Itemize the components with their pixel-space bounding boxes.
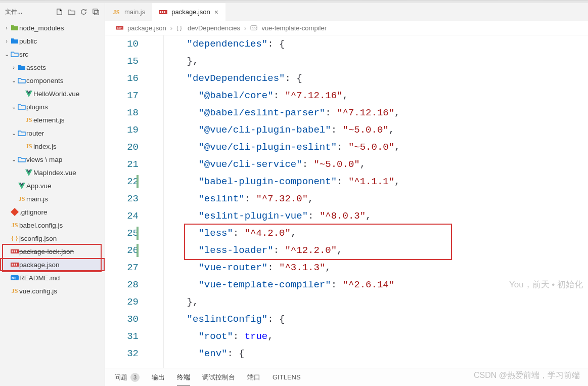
- tree-item-public[interactable]: ›public: [0, 34, 105, 48]
- file-icon: JS: [10, 287, 19, 295]
- code-line[interactable]: "devDependencies": {: [164, 70, 588, 87]
- tree-item-jsconfig[interactable]: { }jsconfig.json: [0, 232, 105, 245]
- code-line[interactable]: "@vue/cli-plugin-babel": "~5.0.0",: [164, 121, 588, 139]
- panel-tab-label: 调试控制台: [202, 373, 235, 382]
- new-file-icon[interactable]: [56, 8, 63, 16]
- tree-item-helloworld[interactable]: HelloWorld.vue: [0, 87, 105, 100]
- tree-item-vuecfg[interactable]: JSvue.config.js: [0, 284, 105, 297]
- code-line[interactable]: "vue-router": "^3.1.3",: [164, 259, 588, 276]
- collapse-all-icon[interactable]: [92, 8, 100, 16]
- panel-tab-gitlens[interactable]: GITLENS: [273, 368, 301, 386]
- code-editor[interactable]: 10151617181920212223242526272829303132 "…: [105, 35, 588, 368]
- new-folder-icon[interactable]: [68, 8, 75, 16]
- tree-item-viewsmap[interactable]: ⌄views \ map: [0, 153, 105, 166]
- file-name: plugins: [26, 103, 48, 111]
- tree-item-appvue[interactable]: App.vue: [0, 179, 105, 192]
- chevron-right-icon: ›: [244, 24, 246, 32]
- code-line[interactable]: "eslint-plugin-vue": "^8.0.3",: [164, 207, 588, 225]
- code-content[interactable]: "dependencies": { }, "devDependencies": …: [164, 35, 588, 368]
- tree-item-mainjs[interactable]: JSmain.js: [0, 192, 105, 205]
- line-number: 20: [105, 139, 139, 156]
- string-icon: abc: [250, 24, 257, 32]
- refresh-icon[interactable]: [80, 8, 87, 16]
- code-line[interactable]: "root": true,: [164, 328, 588, 345]
- tree-item-indexjs[interactable]: JSindex.js: [0, 140, 105, 153]
- panel-tab-output[interactable]: 输出: [152, 368, 165, 386]
- code-line[interactable]: "env": {: [164, 345, 588, 362]
- tree-item-pkgjson[interactable]: package.json: [0, 258, 105, 271]
- panel-tab-label: 输出: [152, 373, 165, 382]
- panel-tab-label: 端口: [247, 373, 260, 382]
- twisty-icon: ⌄: [3, 51, 10, 58]
- code-line[interactable]: "dependencies": {: [164, 35, 588, 53]
- tree-item-pkglock[interactable]: package-lock.json: [0, 245, 105, 258]
- file-icon: JS: [17, 195, 26, 203]
- line-number: 27: [105, 259, 139, 276]
- close-icon[interactable]: ×: [214, 8, 218, 16]
- panel-tab-label: GITLENS: [273, 373, 301, 381]
- svg-rect-1: [95, 10, 99, 14]
- file-icon: [10, 208, 19, 216]
- file-name: babel.config.js: [19, 222, 63, 229]
- panel-tab-problems[interactable]: 问题3: [114, 368, 140, 386]
- line-number: 30: [105, 311, 139, 328]
- file-name: package.json: [19, 261, 60, 269]
- twisty-icon: ›: [3, 25, 10, 31]
- file-name: jsconfig.json: [19, 235, 57, 242]
- twisty-icon: ›: [10, 64, 17, 70]
- editor-tab-mainjs[interactable]: JSmain.js: [105, 3, 152, 21]
- file-icon: JS: [24, 142, 33, 150]
- twisty-icon: ⌄: [10, 130, 17, 137]
- code-line[interactable]: "eslintConfig": {: [164, 311, 588, 328]
- code-line[interactable]: "less-loader": "^12.2.0",: [164, 242, 588, 259]
- code-line[interactable]: },: [164, 53, 588, 70]
- editor-tabs: JSmain.jspackage.json×: [105, 3, 588, 21]
- line-number: 22: [105, 173, 139, 190]
- tree-item-babelcfg[interactable]: JSbabel.config.js: [0, 219, 105, 232]
- code-line[interactable]: "@vue/cli-service": "~5.0.0",: [164, 156, 588, 173]
- file-name: package-lock.json: [19, 248, 74, 255]
- file-icon: [10, 24, 19, 32]
- tree-item-assets[interactable]: ›assets: [0, 61, 105, 74]
- tree-item-mapindex[interactable]: MapIndex.vue: [0, 166, 105, 179]
- line-number: 32: [105, 345, 139, 362]
- file-icon: [24, 90, 33, 98]
- file-name: public: [19, 37, 37, 45]
- line-number: 10: [105, 35, 139, 53]
- panel-tab-debug[interactable]: 调试控制台: [202, 368, 235, 386]
- file-name: HelloWorld.vue: [33, 90, 79, 98]
- file-tree[interactable]: ›node_modules›public⌄src›assets⌄componen…: [0, 20, 105, 386]
- panel-tab-label: 问题: [114, 373, 127, 382]
- breadcrumb[interactable]: npm package.json › { } devDependencies ›…: [105, 21, 588, 35]
- panel-tab-terminal[interactable]: 终端: [177, 368, 190, 386]
- tree-item-src[interactable]: ⌄src: [0, 48, 105, 61]
- line-number: 24: [105, 207, 139, 225]
- code-line[interactable]: "@vue/cli-plugin-eslint": "~5.0.0",: [164, 139, 588, 156]
- tree-item-node_modules[interactable]: ›node_modules: [0, 21, 105, 34]
- line-number: 29: [105, 293, 139, 311]
- line-number: 19: [105, 121, 139, 139]
- file-name: MapIndex.vue: [33, 169, 76, 177]
- explorer-header: 文件...: [0, 3, 105, 20]
- file-icon: [10, 247, 19, 255]
- tree-item-elementjs[interactable]: JSelement.js: [0, 113, 105, 126]
- code-line[interactable]: "@babel/core": "^7.12.16",: [164, 87, 588, 104]
- file-icon: [159, 8, 167, 16]
- tree-item-router[interactable]: ⌄router: [0, 126, 105, 140]
- tree-item-gitignore[interactable]: .gitignore: [0, 205, 105, 219]
- code-line[interactable]: "eslint": "^7.32.0",: [164, 190, 588, 207]
- panel-tab-ports[interactable]: 端口: [247, 368, 260, 386]
- tree-item-plugins[interactable]: ⌄plugins: [0, 100, 105, 113]
- chevron-right-icon: ›: [170, 24, 172, 32]
- twisty-icon: ⌄: [10, 156, 17, 163]
- tree-item-readme[interactable]: M↓README.md: [0, 271, 105, 284]
- editor-tab-pkgjson[interactable]: package.json×: [152, 3, 225, 21]
- code-line[interactable]: },: [164, 293, 588, 311]
- tree-item-components[interactable]: ⌄components: [0, 74, 105, 87]
- code-line[interactable]: "less": "^4.2.0",: [164, 225, 588, 242]
- file-name: views \ map: [26, 156, 62, 163]
- file-name: assets: [26, 64, 46, 71]
- code-line[interactable]: "babel-plugin-component": "^1.1.1",: [164, 173, 588, 190]
- code-line[interactable]: "@babel/eslint-parser": "^7.12.16",: [164, 104, 588, 121]
- file-icon: JS: [24, 116, 33, 124]
